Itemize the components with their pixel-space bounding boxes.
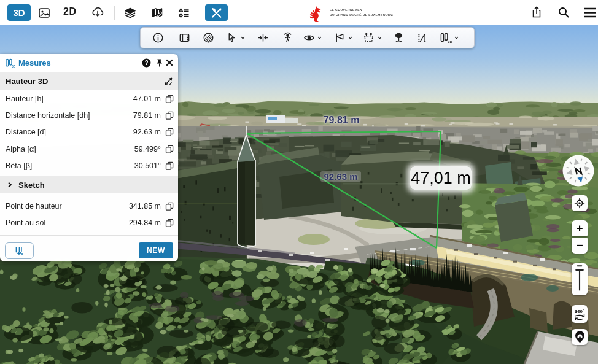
- svg-text:360°: 360°: [575, 309, 585, 314]
- svg-text:3D: 3D: [12, 64, 15, 68]
- svg-text:?: ?: [144, 60, 148, 66]
- svg-text:3D: 3D: [448, 40, 452, 44]
